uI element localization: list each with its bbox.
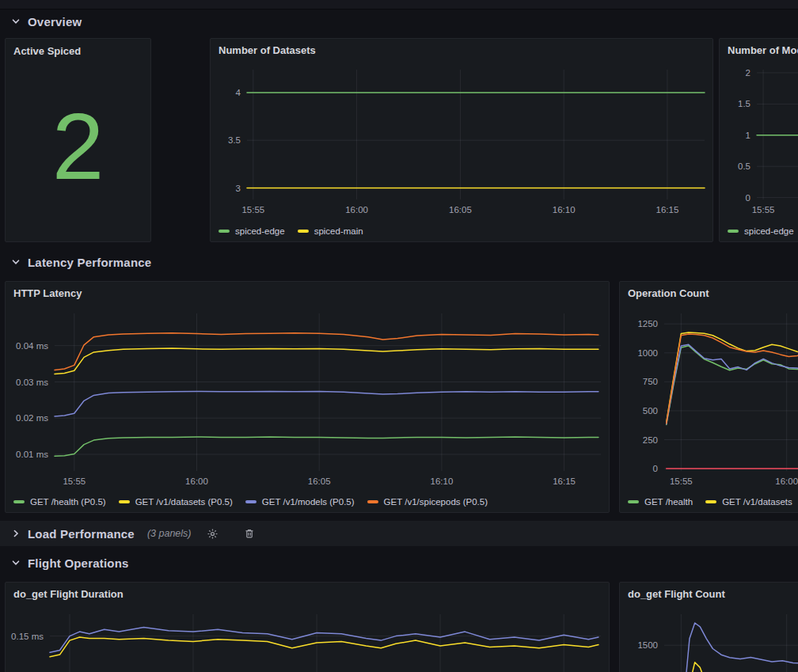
chart-legend: GET /healthGET /v1/datasetsGET /v1/model…: [620, 492, 798, 512]
panels-count: (3 panels): [147, 528, 192, 539]
operation-count-chart[interactable]: 02505007501000125015:5516:0016:05: [620, 306, 798, 492]
svg-text:1500: 1500: [637, 640, 658, 650]
svg-text:15:55: 15:55: [63, 476, 86, 486]
section-header-flight-operations[interactable]: Flight Operations: [0, 551, 798, 575]
legend-item[interactable]: spiced-edge: [728, 226, 794, 236]
svg-text:16:15: 16:15: [656, 205, 679, 215]
legend-swatch-icon: [119, 500, 130, 503]
legend-item[interactable]: GET /v1/datasets: [705, 497, 792, 507]
svg-text:15:55: 15:55: [752, 205, 775, 215]
row-delete-button[interactable]: [239, 525, 260, 542]
svg-text:250: 250: [643, 435, 658, 444]
chart-legend: GET /health (P0.5)GET /v1/datasets (P0.5…: [6, 492, 609, 512]
panel-title[interactable]: Number of Models: [720, 39, 798, 62]
legend-item[interactable]: GET /v1/models (P0.5): [245, 497, 355, 507]
legend-item[interactable]: GET /health (P0.5): [13, 497, 106, 507]
section-header-overview[interactable]: Overview: [0, 9, 798, 33]
chevron-down-icon: [10, 257, 21, 267]
legend-swatch-icon: [245, 500, 256, 503]
chevron-down-icon: [10, 558, 21, 568]
section-header-load-performance[interactable]: Load Performance (3 panels): [0, 521, 798, 546]
svg-text:16:05: 16:05: [449, 205, 472, 215]
svg-text:4: 4: [236, 88, 241, 97]
gear-icon: [211, 532, 215, 535]
legend-label: GET /health (P0.5): [30, 497, 106, 507]
section-title: Flight Operations: [28, 556, 129, 570]
panel-http-latency: HTTP Latency 0.01 ms0.02 ms0.03 ms0.04 m…: [5, 281, 610, 513]
legend-label: spiced-main: [314, 226, 363, 236]
svg-text:16:10: 16:10: [553, 205, 576, 215]
panel-do-get-flight-count: do_get Flight Count 5001000150015:5516:0…: [619, 582, 798, 672]
legend-item[interactable]: GET /v1/datasets (P0.5): [119, 497, 233, 507]
section-title: Overview: [28, 15, 82, 28]
svg-text:0.15 ms: 0.15 ms: [11, 631, 44, 640]
svg-text:16:05: 16:05: [308, 476, 331, 486]
legend-label: GET /health: [644, 497, 693, 507]
svg-text:1000: 1000: [637, 347, 658, 357]
models-chart[interactable]: 00.511.5215:5516:0016:05: [720, 62, 798, 221]
panel-do-get-flight-duration: do_get Flight Duration 0.05 ms0.10 ms0.1…: [5, 582, 610, 672]
section-title: Load Performance: [28, 527, 135, 541]
panel-title[interactable]: do_get Flight Count: [620, 583, 798, 606]
legend-swatch-icon: [298, 230, 309, 233]
section-header-latency-performance[interactable]: Latency Performance: [0, 250, 798, 274]
legend-label: spiced-edge: [744, 226, 794, 236]
legend-swatch-icon: [728, 230, 739, 233]
svg-text:15:55: 15:55: [670, 476, 693, 486]
svg-text:0.5: 0.5: [738, 162, 750, 172]
svg-text:1250: 1250: [637, 319, 658, 328]
svg-text:0.04 ms: 0.04 ms: [16, 340, 48, 350]
chevron-right-icon: [10, 529, 21, 538]
legend-swatch-icon: [628, 500, 639, 503]
svg-text:16:00: 16:00: [185, 476, 208, 486]
svg-text:16:10: 16:10: [431, 476, 454, 486]
panel-number-of-models: Number of Models 00.511.5215:5516:0016:0…: [719, 38, 798, 242]
datasets-chart[interactable]: 33.5415:5516:0016:0516:1016:15: [211, 62, 712, 221]
chart-legend: spiced-edge: [720, 221, 798, 241]
top-toolbar-edge: [0, 0, 798, 9]
legend-item[interactable]: GET /v1/spicepods (P0.5): [367, 497, 488, 507]
svg-text:16:00: 16:00: [345, 205, 368, 215]
legend-swatch-icon: [13, 500, 25, 503]
svg-text:3: 3: [236, 184, 241, 193]
svg-text:15:55: 15:55: [241, 205, 264, 215]
legend-item[interactable]: spiced-edge: [218, 226, 285, 236]
svg-text:0.03 ms: 0.03 ms: [16, 377, 48, 386]
svg-text:0: 0: [653, 464, 658, 473]
legend-label: GET /v1/spicepods (P0.5): [384, 497, 488, 507]
legend-label: GET /v1/datasets (P0.5): [135, 497, 233, 507]
row-settings-button[interactable]: [203, 525, 223, 542]
panel-title[interactable]: HTTP Latency: [6, 282, 609, 306]
chart-legend: spiced-edgespiced-main: [211, 221, 712, 241]
svg-text:1.5: 1.5: [738, 100, 750, 109]
flight-duration-chart[interactable]: 0.05 ms0.10 ms0.15 ms15:5516:0016:0516:1…: [6, 606, 609, 672]
legend-label: spiced-edge: [235, 226, 285, 236]
svg-text:16:00: 16:00: [775, 476, 798, 486]
svg-text:2: 2: [746, 68, 750, 78]
chevron-down-icon: [10, 17, 21, 26]
svg-text:500: 500: [643, 405, 658, 415]
legend-swatch-icon: [218, 230, 230, 233]
flight-count-chart[interactable]: 5001000150015:5516:0016:05: [620, 606, 798, 672]
svg-text:3.5: 3.5: [228, 136, 241, 146]
panel-number-of-datasets: Number of Datasets 33.5415:5516:0016:051…: [210, 38, 713, 242]
svg-text:750: 750: [643, 377, 658, 386]
http-latency-chart[interactable]: 0.01 ms0.02 ms0.03 ms0.04 ms15:5516:0016…: [6, 306, 609, 492]
section-title: Latency Performance: [28, 256, 151, 269]
legend-label: GET /v1/models (P0.5): [262, 497, 355, 507]
panel-operation-count: Operation Count 02505007501000125015:551…: [619, 281, 798, 513]
panel-title[interactable]: Number of Datasets: [211, 39, 712, 62]
legend-label: GET /v1/datasets: [722, 497, 792, 507]
panel-title[interactable]: Active Spiced: [6, 39, 150, 63]
legend-item[interactable]: GET /health: [628, 497, 693, 507]
panel-title[interactable]: Operation Count: [620, 282, 798, 306]
svg-text:16:15: 16:15: [553, 476, 576, 486]
legend-swatch-icon: [367, 500, 378, 503]
svg-text:0: 0: [746, 193, 750, 203]
trash-icon: [244, 528, 255, 539]
legend-item[interactable]: spiced-main: [298, 226, 363, 236]
svg-text:1: 1: [746, 131, 750, 140]
panel-active-spiced: Active Spiced 2: [5, 38, 151, 242]
legend-swatch-icon: [705, 500, 716, 503]
panel-title[interactable]: do_get Flight Duration: [6, 583, 609, 606]
